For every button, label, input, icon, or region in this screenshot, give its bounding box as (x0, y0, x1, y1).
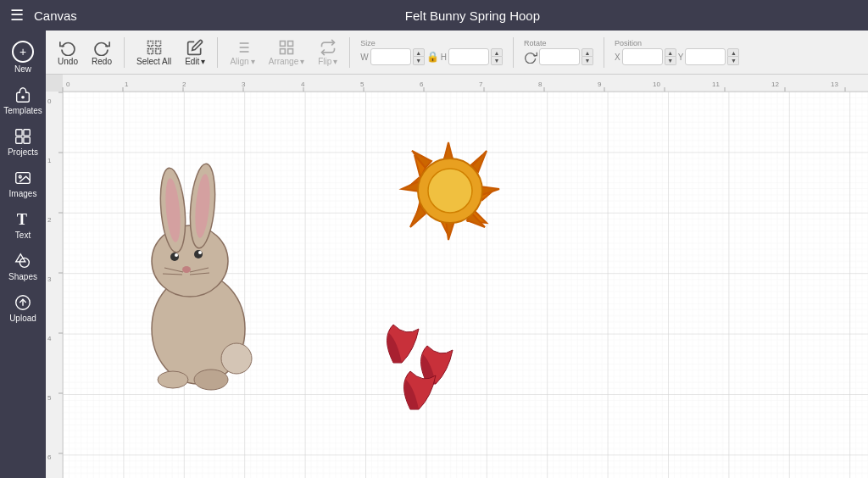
align-chevron-icon: ▾ (251, 57, 255, 66)
height-input[interactable] (448, 48, 489, 65)
svg-rect-12 (155, 41, 160, 46)
projects-icon (14, 127, 32, 146)
sidebar-item-projects[interactable]: Projects (1, 122, 45, 162)
position-field-group: Position X ▲ ▼ Y ▲ ▼ (611, 39, 743, 65)
sidebar-item-images[interactable]: Images (1, 164, 45, 203)
lock-icon: 🔒 (426, 51, 439, 63)
y-down[interactable]: ▼ (727, 57, 739, 65)
undo-button[interactable]: Undo (53, 36, 83, 69)
svg-rect-14 (155, 48, 160, 53)
sidebar-images-label: Images (9, 189, 37, 198)
titlebar: ☰ Canvas Felt Bunny Spring Hoop (0, 0, 868, 31)
sidebar-templates-label: Templates (3, 106, 42, 115)
arrange-chevron-icon: ▾ (300, 57, 304, 66)
rotate-down[interactable]: ▼ (581, 57, 593, 65)
divider-5 (604, 37, 604, 68)
edit-chevron-icon: ▾ (201, 57, 205, 66)
arrange-label: Arrange (269, 57, 299, 66)
hamburger-menu-icon[interactable]: ☰ (10, 6, 24, 25)
align-icon (234, 39, 251, 56)
select-all-button[interactable]: Select All (131, 36, 176, 69)
w-label: W (360, 53, 368, 62)
rotate-up[interactable]: ▲ (581, 48, 593, 57)
x-up[interactable]: ▲ (665, 48, 676, 57)
canvas-container[interactable]: 0 1 2 3 4 5 6 7 8 9 10 (46, 75, 868, 478)
x-input[interactable] (622, 48, 663, 65)
svg-rect-23 (280, 48, 285, 53)
edit-button[interactable]: Edit ▾ (180, 36, 210, 69)
sidebar-item-new[interactable]: + New (1, 36, 45, 79)
templates-icon (14, 86, 32, 104)
select-all-icon (146, 39, 163, 56)
width-input[interactable] (370, 48, 411, 65)
undo-icon (59, 39, 76, 56)
height-up[interactable]: ▲ (491, 48, 503, 57)
app-name-label: Canvas (34, 8, 77, 23)
svg-rect-1 (16, 130, 22, 136)
svg-point-0 (21, 96, 25, 99)
svg-text:T: T (17, 211, 27, 228)
y-label: Y (678, 53, 684, 62)
svg-point-6 (19, 175, 21, 178)
sidebar-item-shapes[interactable]: Shapes (1, 247, 45, 286)
svg-rect-4 (24, 137, 30, 143)
rotate-input[interactable] (539, 48, 580, 65)
rotate-icon (524, 50, 537, 64)
main-layout: + New Templates Projects (0, 31, 868, 478)
x-stepper[interactable]: ▲ ▼ (665, 48, 676, 65)
svg-rect-13 (147, 48, 153, 53)
y-input[interactable] (685, 48, 726, 65)
text-icon: T (14, 210, 32, 229)
toolbar: Undo Redo Select All (46, 31, 868, 75)
select-all-label: Select All (136, 57, 171, 66)
canvas-background (46, 75, 868, 478)
flip-icon (320, 39, 337, 56)
edit-icon (186, 39, 203, 56)
svg-rect-3 (16, 137, 22, 143)
x-label: X (615, 53, 620, 62)
redo-label: Redo (92, 57, 112, 66)
svg-rect-24 (288, 48, 293, 53)
rotate-label: Rotate (524, 39, 593, 47)
svg-point-8 (19, 258, 29, 267)
svg-rect-21 (280, 41, 285, 46)
y-up[interactable]: ▲ (727, 48, 739, 57)
width-up[interactable]: ▲ (413, 48, 425, 57)
edit-row: Edit ▾ (185, 57, 205, 66)
arrange-icon (278, 39, 295, 56)
flip-label: Flip (318, 57, 331, 66)
svg-rect-2 (24, 130, 30, 136)
position-label: Position (615, 39, 739, 47)
redo-icon (93, 39, 110, 56)
h-label: H (441, 53, 447, 62)
svg-rect-11 (147, 41, 153, 46)
sidebar-new-label: New (14, 64, 31, 74)
upload-icon (14, 293, 32, 312)
sidebar-text-label: Text (15, 231, 31, 240)
x-down[interactable]: ▼ (665, 57, 676, 65)
rotate-stepper[interactable]: ▲ ▼ (581, 48, 593, 65)
redo-button[interactable]: Redo (86, 36, 117, 69)
flip-button[interactable]: Flip ▾ (313, 36, 342, 69)
arrange-button[interactable]: Arrange ▾ (264, 36, 310, 69)
divider-4 (513, 37, 514, 68)
size-label: Size (360, 39, 503, 47)
width-down[interactable]: ▼ (413, 57, 425, 65)
divider-1 (124, 37, 125, 68)
flip-chevron-icon: ▾ (333, 57, 337, 66)
new-icon: + (12, 41, 34, 63)
height-down[interactable]: ▼ (491, 57, 503, 65)
sidebar-item-upload[interactable]: Upload (1, 288, 45, 328)
align-label: Align (230, 57, 248, 66)
edit-label: Edit (185, 57, 199, 66)
sidebar-shapes-label: Shapes (8, 272, 37, 281)
width-stepper[interactable]: ▲ ▼ (413, 48, 425, 65)
y-stepper[interactable]: ▲ ▼ (727, 48, 739, 65)
height-stepper[interactable]: ▲ ▼ (491, 48, 503, 65)
sidebar-item-text[interactable]: T Text (1, 205, 45, 245)
undo-label: Undo (58, 57, 78, 66)
content-area: Undo Redo Select All (46, 31, 868, 478)
align-button[interactable]: Align ▾ (225, 36, 259, 69)
project-title: Felt Bunny Spring Hoop (87, 8, 858, 23)
sidebar-item-templates[interactable]: Templates (1, 81, 45, 120)
